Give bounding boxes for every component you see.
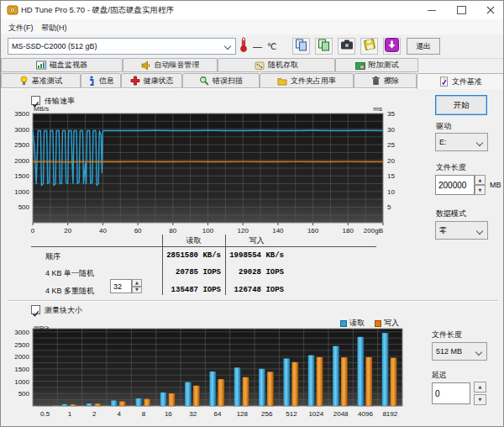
spin-up-icon[interactable]: ▲ [132,279,142,287]
tab-extra-tests[interactable]: 附加测试 [335,58,418,72]
exit-button[interactable]: 退出 [407,38,440,55]
file-length2-combo[interactable]: 512 MB [432,342,487,361]
drive-select[interactable]: MS-SSD-C2000 (512 gB) [8,38,236,55]
svg-text:512: 512 [286,410,297,418]
drive-combo-value: E: [439,138,447,146]
title-bar: HD Tune Pro 5.70 - 硬盘/固态硬盘实用程序 [1,1,503,19]
svg-text:1024: 1024 [308,410,323,418]
tab-info[interactable]: 信息 [81,73,121,88]
menu-file[interactable]: 文件(F) [5,22,37,34]
tab-folder-usage[interactable]: 文件夹占用率 [260,73,354,88]
svg-text:180: 180 [343,227,354,235]
tab-label: 擦除 [384,76,399,87]
minimize-button[interactable] [419,1,444,19]
tab-erase[interactable]: 擦除 [354,73,417,88]
file-length-spinner[interactable]: ▲▼ [475,175,486,195]
queue-depth-spinner[interactable]: ▲▼ [132,279,142,293]
svg-text:256: 256 [261,410,273,418]
svg-text:35: 35 [387,110,395,118]
info-icon [87,76,96,86]
maximize-button[interactable] [449,1,474,19]
update-button[interactable] [383,38,401,55]
health-cross-icon [130,76,140,86]
svg-text:2500: 2500 [14,341,29,349]
svg-text:4096: 4096 [358,410,373,418]
save-button[interactable] [360,38,378,55]
svg-text:1000: 1000 [14,188,29,196]
tab-file-benchmark[interactable]: 文件基准 [417,73,504,89]
file-length-input[interactable] [435,175,475,195]
extra-tests-icon [355,61,365,71]
row-sequential-label: 顺序 [45,251,60,262]
tab-label: 文件基准 [452,76,482,87]
close-button[interactable] [478,1,503,19]
tab-label: 文件夹占用率 [291,76,336,87]
svg-text:40: 40 [99,227,107,235]
spin-down-icon[interactable]: ▼ [474,394,486,405]
tab-benchmark[interactable]: 基准测试 [1,73,81,88]
menu-help[interactable]: 帮助(H) [38,22,71,34]
tab-error-scan[interactable]: 错误扫描 [182,73,260,88]
svg-text:MB/s: MB/s [34,326,49,330]
svg-text:25: 25 [387,141,395,149]
section-divider [8,300,498,302]
screenshot-button[interactable] [338,38,355,55]
copy-button[interactable] [292,38,310,55]
tab-strip: 磁盘监视器 自动噪音管理 随机存取 附加测试 基准测试 信息 健康状态 错误 [1,58,503,88]
spin-up-icon[interactable]: ▲ [474,382,486,393]
file-benchmark-icon [439,76,449,87]
svg-text:60: 60 [134,227,142,235]
delay-input[interactable] [432,382,470,404]
start-button[interactable]: 开始 [435,95,487,115]
svg-text:1500: 1500 [14,172,29,180]
spin-down-icon[interactable]: ▼ [475,185,486,195]
tab-health[interactable]: 健康状态 [121,73,182,88]
svg-text:128: 128 [237,410,249,418]
copy-icon [295,39,307,55]
svg-text:8192: 8192 [382,410,397,418]
tab-label: 健康状态 [144,76,174,87]
lightbulb-icon [19,76,29,86]
svg-text:10: 10 [387,188,395,196]
folder-icon [277,76,287,86]
4k-single-read-value: 20785 IOPS [162,268,221,277]
menu-bar: 文件(F) 帮助(H) [1,19,503,34]
svg-text:16: 16 [165,410,172,418]
spin-down-icon[interactable]: ▼ [132,287,142,294]
data-pattern-value: 零 [439,225,447,236]
start-button-label: 开始 [454,100,470,111]
spin-up-icon[interactable]: ▲ [475,175,486,185]
data-pattern-label: 数据模式 [436,208,466,219]
tab-disk-monitor[interactable]: 磁盘监视器 [1,58,123,72]
svg-text:500: 500 [18,203,30,211]
queue-depth-input[interactable] [110,279,132,293]
trash-icon [371,76,381,86]
svg-text:160: 160 [307,227,319,235]
thermometer-icon[interactable] [239,37,248,55]
tab-random-access[interactable]: 随机存取 [218,58,335,72]
tab-auto-acoustic[interactable]: 自动噪音管理 [123,58,218,72]
block-size-checkbox[interactable] [31,305,40,314]
sequential-write-value: 1998554 KB/s [225,251,284,260]
file-length2-label: 文件长度 [432,329,462,340]
dice-icon [255,61,265,71]
download-icon [385,38,399,55]
4k-multi-write-value: 126748 IOPS [225,286,284,294]
delay-spinner[interactable]: ▲▼ [474,382,486,405]
row-4k-single-label: 4 KB 单一随机 [45,268,94,279]
svg-text:1500: 1500 [14,366,29,373]
magnifier-icon [199,76,209,86]
svg-text:20: 20 [64,227,71,235]
svg-text:3500: 3500 [14,110,29,118]
drive-combo[interactable]: E: [435,133,488,151]
tab-label: 磁盘监视器 [50,60,87,71]
copy-results-button[interactable] [315,38,333,55]
row-4k-multi-label: 4 KB 多重随机 [45,286,94,297]
transfer-rate-chart: 020406080100120140160180200gB50010001500… [9,104,404,235]
drive-label: 驱动 [436,121,451,132]
data-pattern-combo[interactable]: 零 [435,221,488,240]
svg-text:1: 1 [68,410,72,418]
file-length-unit: MB [490,181,501,189]
check-icon [32,310,39,318]
sequential-read-value: 2851580 KB/s [162,251,221,260]
